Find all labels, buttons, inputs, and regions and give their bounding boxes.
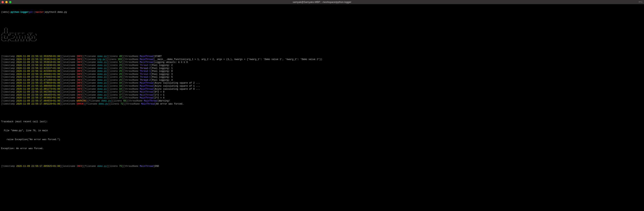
ascii-art-logo: _ | | _| | ___ _ __ __ ___ / _` |/ _ \ '… <box>1 26 643 42</box>
log-line-end: [timestamp 2020-11-09 22:56:17.085925+01… <box>1 165 643 168</box>
close-icon[interactable] <box>2 1 4 3</box>
window-titlebar: samyak@Samyaks-MBP: ~/workspace/python-l… <box>0 0 644 4</box>
log-output: [timestamp 2020-11-09 22:56:12.553258+01… <box>1 55 643 106</box>
git-paren-close: ) <box>44 11 45 14</box>
log-line: [timestamp 2020-11-09 22:56:14.086403+01… <box>1 94 643 97</box>
dirty-marker-icon: ✗ <box>45 11 46 14</box>
window-shortcut: ⌘⌥1 <box>639 1 642 4</box>
traceback-line: raise Exception("An error was forced.") <box>1 138 643 141</box>
git-branch: master <box>36 11 44 14</box>
log-line: [timestamp 2020-11-09 22:56:13.082366+01… <box>1 91 643 94</box>
log-line: [timestamp 2020-11-09 22:56:13.070483+01… <box>1 76 643 79</box>
log-line: [timestamp 2020-11-09 22:56:12.553918+01… <box>1 61 643 64</box>
log-line: [timestamp 2020-11-09 22:56:17.084934+01… <box>1 100 643 103</box>
log-line: [timestamp 2020-11-09 22:56:17.083892+01… <box>1 96 643 100</box>
command-text: python3 demo.py <box>46 11 67 14</box>
traceback-line: Traceback (most recent call last): <box>1 120 643 124</box>
venv-label: (venv) <box>1 11 9 14</box>
log-line: [timestamp 2020-11-09 22:56:13.080468+01… <box>1 85 643 88</box>
prompt-arrow-icon: → <box>9 11 11 14</box>
log-line: [timestamp 2020-11-09 22:56:13.071369+01… <box>1 79 643 82</box>
log-line: [timestamp 2020-11-09 22:56:12.815038+01… <box>1 64 643 67</box>
minimize-icon[interactable] <box>5 1 8 3</box>
maximize-icon[interactable] <box>9 1 12 3</box>
log-line: [timestamp 2020-11-09 22:56:12.815337+01… <box>1 67 643 70</box>
log-line: [timestamp 2020-11-09 22:56:17.085925+01… <box>1 165 643 168</box>
git-label: git:( <box>28 11 36 14</box>
log-line: [timestamp 2020-11-09 22:56:13.079844+01… <box>1 82 643 85</box>
log-line: [timestamp 2020-11-09 22:56:13.081273+01… <box>1 88 643 91</box>
window-title: samyak@Samyaks-MBP: ~/workspace/python-l… <box>293 0 351 4</box>
traffic-lights <box>2 1 12 3</box>
traceback-line: Exception: An error was forced. <box>1 147 643 150</box>
log-line: [timestamp 2020-11-09 22:56:12.553258+01… <box>1 55 643 58</box>
terminal-content[interactable]: (venv) → python-logger git:(master) ✗ py… <box>0 4 644 172</box>
traceback-block: Traceback (most recent call last): File … <box>1 114 643 156</box>
traceback-line: File "demo.py", line 70, in main <box>1 129 643 132</box>
log-line: [timestamp 2020-11-09 22:56:12.553823+01… <box>1 58 643 61</box>
log-line: [timestamp 2020-11-09 22:56:13.069481+01… <box>1 73 643 76</box>
log-line: [timestamp 2020-11-09 22:56:17.085228+01… <box>1 103 643 106</box>
cwd-folder: python-logger <box>11 11 28 14</box>
log-line: [timestamp 2020-11-09 22:56:12.815394+01… <box>1 70 643 73</box>
shell-prompt: (venv) → python-logger git:(master) ✗ py… <box>1 11 643 14</box>
